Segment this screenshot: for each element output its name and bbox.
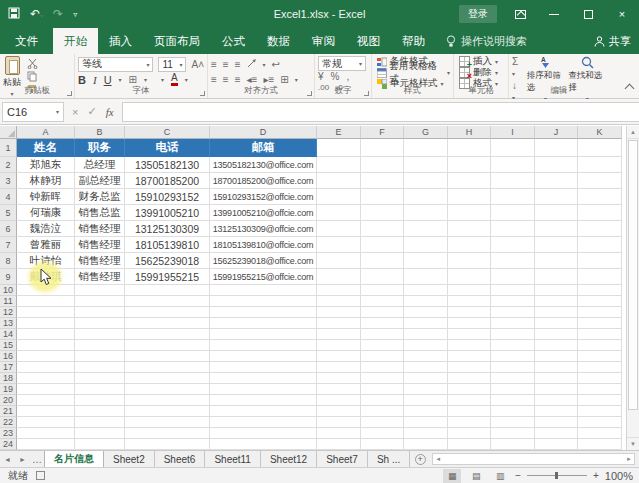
cell-G19[interactable] xyxy=(404,384,448,395)
cell-K8[interactable] xyxy=(578,253,622,269)
cell-I21[interactable] xyxy=(491,406,535,417)
italic-button[interactable]: I xyxy=(93,74,97,86)
cell-G12[interactable] xyxy=(404,307,448,318)
column-header-C[interactable]: C xyxy=(125,126,210,139)
cell-E9[interactable] xyxy=(317,269,361,285)
select-all-corner[interactable] xyxy=(0,126,17,139)
ribbon-tab-视图[interactable]: 视图 xyxy=(346,28,391,54)
cell-K20[interactable] xyxy=(578,395,622,406)
new-sheet-icon[interactable]: + xyxy=(410,451,430,467)
underline-button[interactable]: U xyxy=(104,74,112,86)
cell-K14[interactable] xyxy=(578,329,622,340)
cell-I14[interactable] xyxy=(491,329,535,340)
cell-E18[interactable] xyxy=(317,373,361,384)
cell-I2[interactable] xyxy=(491,157,535,173)
row-header-18[interactable]: 18 xyxy=(0,373,17,384)
cell-F12[interactable] xyxy=(361,307,404,318)
cell-J2[interactable] xyxy=(535,157,578,173)
cell-F13[interactable] xyxy=(361,318,404,329)
cell-D19[interactable] xyxy=(210,384,317,395)
cell-G5[interactable] xyxy=(404,205,448,221)
cell-I24[interactable] xyxy=(491,439,535,450)
hscroll-left-icon[interactable]: ◄ xyxy=(435,456,441,462)
cell-C10[interactable] xyxy=(125,285,210,296)
cell-I12[interactable] xyxy=(491,307,535,318)
cell-H2[interactable] xyxy=(448,157,491,173)
collapse-ribbon-icon[interactable] xyxy=(625,84,635,94)
minimize-icon[interactable] xyxy=(537,0,571,28)
ribbon-tab-页面布局[interactable]: 页面布局 xyxy=(143,28,211,54)
sheet-nav-right-icon[interactable]: ► xyxy=(15,451,30,467)
cell-F16[interactable] xyxy=(361,351,404,362)
column-header-F[interactable]: F xyxy=(361,126,404,139)
cell-C23[interactable] xyxy=(125,428,210,439)
row-header-15[interactable]: 15 xyxy=(0,340,17,351)
row-header-10[interactable]: 10 xyxy=(0,285,17,296)
cell-E16[interactable] xyxy=(317,351,361,362)
cell-F17[interactable] xyxy=(361,362,404,373)
comma-style-icon[interactable]: , xyxy=(346,71,349,82)
cell-D5[interactable]: 13991005210@offcie.com xyxy=(210,205,317,221)
cell-B20[interactable] xyxy=(75,395,125,406)
cell-G14[interactable] xyxy=(404,329,448,340)
zoom-level[interactable]: 100% xyxy=(605,470,633,482)
cell-E2[interactable] xyxy=(317,157,361,173)
cell-D9[interactable]: 15991955215@offcie.com xyxy=(210,269,317,285)
column-header-E[interactable]: E xyxy=(317,126,361,139)
row-header-20[interactable]: 20 xyxy=(0,395,17,406)
cell-A12[interactable] xyxy=(17,307,75,318)
ribbon-display-options-icon[interactable] xyxy=(503,0,537,28)
accounting-format-icon[interactable]: ¥ xyxy=(318,71,324,82)
cell-C24[interactable] xyxy=(125,439,210,450)
cell-B11[interactable] xyxy=(75,296,125,307)
cell-F4[interactable] xyxy=(361,189,404,205)
cell-G6[interactable] xyxy=(404,221,448,237)
cell-C18[interactable] xyxy=(125,373,210,384)
cell-K2[interactable] xyxy=(578,157,622,173)
cell-D15[interactable] xyxy=(210,340,317,351)
cell-K10[interactable] xyxy=(578,285,622,296)
cell-D21[interactable] xyxy=(210,406,317,417)
row-header-4[interactable]: 4 xyxy=(0,189,17,205)
row-header-7[interactable]: 7 xyxy=(0,237,17,253)
cell-F19[interactable] xyxy=(361,384,404,395)
cell-B6[interactable]: 销售经理 xyxy=(75,221,125,237)
column-header-J[interactable]: J xyxy=(535,126,578,139)
cell-E11[interactable] xyxy=(317,296,361,307)
cell-D13[interactable] xyxy=(210,318,317,329)
cell-C4[interactable]: 15910293152 xyxy=(125,189,210,205)
cell-F9[interactable] xyxy=(361,269,404,285)
cell-C16[interactable] xyxy=(125,351,210,362)
cell-G2[interactable] xyxy=(404,157,448,173)
column-header-B[interactable]: B xyxy=(75,126,125,139)
vertical-scroll-thumb[interactable] xyxy=(628,140,638,410)
row-header-13[interactable]: 13 xyxy=(0,318,17,329)
cell-C22[interactable] xyxy=(125,417,210,428)
file-tab[interactable]: 文件 xyxy=(0,28,53,54)
cell-K7[interactable] xyxy=(578,237,622,253)
align-center-icon[interactable]: ≡ xyxy=(223,74,229,85)
cell-C3[interactable]: 18700185200 xyxy=(125,173,210,189)
cell-I13[interactable] xyxy=(491,318,535,329)
merge-center-icon[interactable]: ⊞ xyxy=(280,74,288,85)
row-header-16[interactable]: 16 xyxy=(0,351,17,362)
cell-K23[interactable] xyxy=(578,428,622,439)
row-header-2[interactable]: 2 xyxy=(0,157,17,173)
cell-E12[interactable] xyxy=(317,307,361,318)
cell-D18[interactable] xyxy=(210,373,317,384)
ribbon-tab-帮助[interactable]: 帮助 xyxy=(391,28,436,54)
number-dialog-launcher[interactable] xyxy=(364,91,369,96)
sign-in-button[interactable]: 登录 xyxy=(459,0,497,28)
horizontal-scrollbar[interactable]: ◄ ► xyxy=(432,453,635,465)
cell-B18[interactable] xyxy=(75,373,125,384)
cell-H17[interactable] xyxy=(448,362,491,373)
cell-J8[interactable] xyxy=(535,253,578,269)
cell-I19[interactable] xyxy=(491,384,535,395)
align-top-icon[interactable]: ≡ xyxy=(211,59,217,70)
formula-input[interactable] xyxy=(122,102,639,122)
cell-G17[interactable] xyxy=(404,362,448,373)
align-middle-icon[interactable]: ≡ xyxy=(223,59,229,70)
sheet-tab-Sheet6[interactable]: Sheet6 xyxy=(155,451,206,467)
cell-F18[interactable] xyxy=(361,373,404,384)
cell-A19[interactable] xyxy=(17,384,75,395)
